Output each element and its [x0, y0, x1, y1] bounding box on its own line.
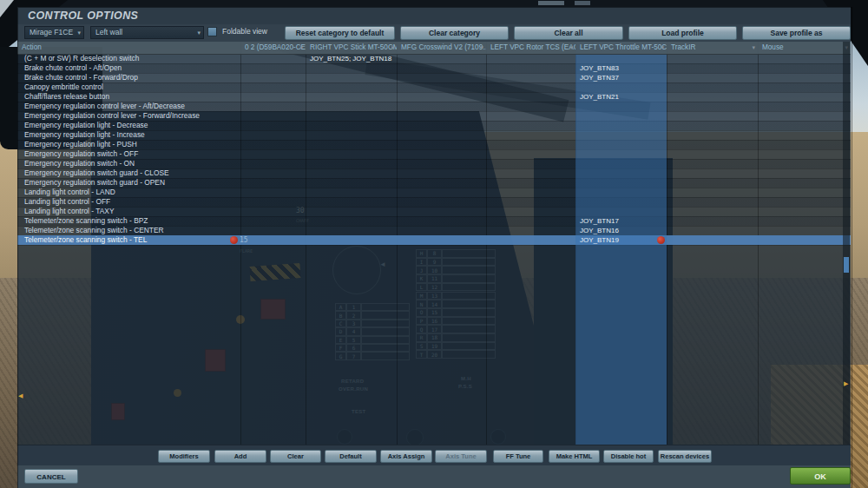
chevron-down-icon: ▾: [480, 44, 483, 51]
category-select-value: Left wall: [95, 28, 122, 36]
default-button[interactable]: Default: [325, 450, 377, 463]
binding-cell[interactable]: JOY_BTN16: [580, 226, 619, 235]
foldable-view-checkbox[interactable]: [207, 27, 217, 36]
rescan-devices-button[interactable]: Rescan devices: [658, 450, 712, 463]
column-header-label: 0 2 (D59BA020-CE…: [245, 43, 306, 51]
action-cell[interactable]: Emergency regulation light - Decrease: [24, 121, 148, 130]
table-row[interactable]: Emergency regulation light - PUSH: [17, 140, 851, 149]
binding-cell[interactable]: JOY_BTN21: [580, 92, 619, 102]
table-row[interactable]: Chaff/flares release buttonJOY_BTN21: [17, 92, 851, 102]
column-header-device[interactable]: LEFT VPC Rotor TCS (EAC…▾: [486, 42, 575, 54]
binding-cell[interactable]: JOY_BTN17: [580, 216, 619, 226]
table-row[interactable]: Emergency regulation light - Decrease: [17, 121, 851, 130]
table-row[interactable]: Emergency regulation switch guard - CLOS…: [17, 168, 851, 178]
table-row[interactable]: Landing light control - LAND: [17, 188, 851, 197]
footer-bar: CANCEL OK: [17, 465, 851, 488]
chevron-down-icon: ▾: [661, 44, 664, 51]
table-row[interactable]: Telemeter/zone scanning switch - BPZJOY_…: [17, 216, 851, 226]
action-cell[interactable]: Emergency regulation light - Increase: [24, 130, 145, 140]
action-cell[interactable]: Emergency regulation control lever - Aft…: [24, 102, 185, 111]
table-row[interactable]: Emergency regulation control lever - Aft…: [17, 102, 851, 111]
table-row[interactable]: Brake chute control - Forward/DropJOY_BT…: [17, 73, 851, 82]
column-header-device[interactable]: Mouse▾: [758, 42, 851, 54]
table-row[interactable]: Telemeter/zone scanning switch - CENTERJ…: [17, 226, 851, 235]
aircraft-select[interactable]: Mirage F1CE ▾: [24, 26, 84, 39]
conflict-marker-icon: [657, 236, 665, 244]
column-header-device[interactable]: LEFT VPC Throttle MT-50C…▾: [575, 42, 667, 54]
action-cell[interactable]: Chaff/flares release button: [24, 92, 109, 102]
clear-all-button[interactable]: Clear all: [514, 26, 623, 40]
chevron-down-icon: ▾: [299, 44, 303, 51]
action-cell[interactable]: Emergency regulation switch - ON: [24, 159, 135, 168]
action-cell[interactable]: Landing light control - OFF: [24, 197, 110, 207]
foldable-view-label: Foldable view: [222, 27, 267, 36]
table-row[interactable]: Brake chute control - Aft/OpenJOY_BTN83: [17, 63, 851, 73]
binding-cell[interactable]: JOY_BTN83: [580, 63, 619, 73]
column-header-device[interactable]: 0 2 (D59BA020-CE…▾: [240, 42, 306, 54]
axis-tune-button: Axis Tune: [435, 450, 487, 463]
action-cell[interactable]: Emergency regulation switch guard - CLOS…: [24, 168, 169, 178]
chevron-down-icon: ▾: [391, 44, 394, 51]
table-row[interactable]: Emergency regulation light - Increase: [17, 130, 851, 140]
action-cell[interactable]: Landing light control - TAXY: [24, 207, 115, 216]
action-cell[interactable]: Telemeter/zone scanning switch - CENTER: [24, 226, 164, 235]
modifiers-button[interactable]: Modifiers: [158, 450, 210, 463]
table-row[interactable]: Emergency regulation switch - ON: [17, 159, 851, 168]
save-profile-as-button[interactable]: Save profile as: [742, 26, 851, 40]
actions-toolbar: ModifiersAddClearDefaultAxis AssignAxis …: [17, 445, 851, 466]
fold-left-arrow[interactable]: ◀: [18, 392, 23, 399]
column-header-label: LEFT VPC Throttle MT-50C…: [580, 43, 667, 51]
chevron-down-icon: ▾: [197, 27, 201, 38]
action-cell[interactable]: Brake chute control - Forward/Drop: [24, 73, 138, 82]
action-cell[interactable]: Emergency regulation switch guard - OPEN: [24, 178, 165, 188]
column-header-label: TrackIR: [671, 43, 695, 51]
binding-cell[interactable]: JOY_BTN19: [580, 235, 619, 245]
fold-right-arrow[interactable]: ▶: [844, 380, 848, 387]
table-row[interactable]: Landing light control - TAXY: [17, 207, 851, 216]
reset-category-to-default-button[interactable]: Reset category to default: [285, 26, 395, 40]
column-header-device[interactable]: MFG Crosswind V2 (7109…▾: [397, 42, 486, 54]
scrollbar-thumb[interactable]: [844, 257, 849, 273]
axis-assign-button[interactable]: Axis Assign: [380, 450, 432, 463]
table-row[interactable]: Emergency regulation control lever - For…: [17, 111, 851, 121]
column-header-label: Action: [22, 43, 42, 51]
flare-counter-ghost: 15: [240, 236, 248, 244]
table-row[interactable]: Emergency regulation switch guard - OPEN: [17, 178, 851, 188]
category-select[interactable]: Left wall ▾: [90, 26, 204, 39]
binding-cell[interactable]: JOY_BTN25; JOY_BTN18: [310, 54, 391, 63]
screen: ◄ 30 CHAFF FLARE RETARD OVER.RUN TEST M.…: [0, 0, 868, 488]
make-html-button[interactable]: Make HTML: [549, 450, 600, 463]
column-header-device[interactable]: TrackIR▾: [667, 42, 758, 54]
action-cell[interactable]: Canopy embrittle control: [24, 82, 103, 92]
table-header: Action0 2 (D59BA020-CE…▾RIGHT VPC Stick …: [17, 42, 851, 55]
load-profile-button[interactable]: Load profile: [628, 26, 737, 40]
action-cell[interactable]: Brake chute control - Aft/Open: [24, 63, 122, 73]
add-button[interactable]: Add: [214, 450, 266, 463]
action-cell[interactable]: Emergency regulation light - PUSH: [24, 140, 137, 149]
conflict-marker-icon: [230, 236, 238, 244]
table-row[interactable]: Landing light control - OFF: [17, 197, 851, 207]
action-cell[interactable]: Landing light control - LAND: [24, 188, 115, 197]
column-header-action: Action: [17, 42, 240, 54]
chevron-down-icon: ▾: [752, 44, 755, 51]
action-cell[interactable]: (C + M or SW) R deselection switch: [24, 54, 139, 63]
action-cell[interactable]: Telemeter/zone scanning switch - BPZ: [24, 216, 148, 226]
clear-button[interactable]: Clear: [270, 450, 321, 463]
action-cell[interactable]: Emergency regulation switch - OFF: [24, 149, 138, 159]
ok-button[interactable]: OK: [790, 467, 851, 485]
table-row[interactable]: Canopy embrittle control: [17, 82, 851, 92]
action-cell[interactable]: Emergency regulation control lever - For…: [24, 111, 200, 121]
binding-cell[interactable]: JOY_BTN37: [580, 73, 619, 82]
top-strip: [0, 0, 868, 7]
column-header-device[interactable]: RIGHT VPC Stick MT-50CM…▾: [306, 42, 397, 54]
table-row[interactable]: Telemeter/zone scanning switch - TELJOY_…: [17, 235, 851, 245]
cancel-button[interactable]: CANCEL: [24, 469, 78, 484]
bindings-table: Action0 2 (D59BA020-CE…▾RIGHT VPC Stick …: [17, 42, 851, 445]
column-header-label: LEFT VPC Rotor TCS (EAC…: [490, 43, 575, 51]
action-cell[interactable]: Telemeter/zone scanning switch - TEL: [24, 235, 147, 245]
disable-hot-plug-button[interactable]: Disable hot plug: [603, 450, 654, 463]
clear-category-button[interactable]: Clear category: [400, 26, 509, 40]
table-row[interactable]: (C + M or SW) R deselection switchJOY_BT…: [17, 54, 851, 63]
ff-tune-button[interactable]: FF Tune: [493, 450, 543, 463]
table-row[interactable]: Emergency regulation switch - OFF: [17, 149, 851, 159]
